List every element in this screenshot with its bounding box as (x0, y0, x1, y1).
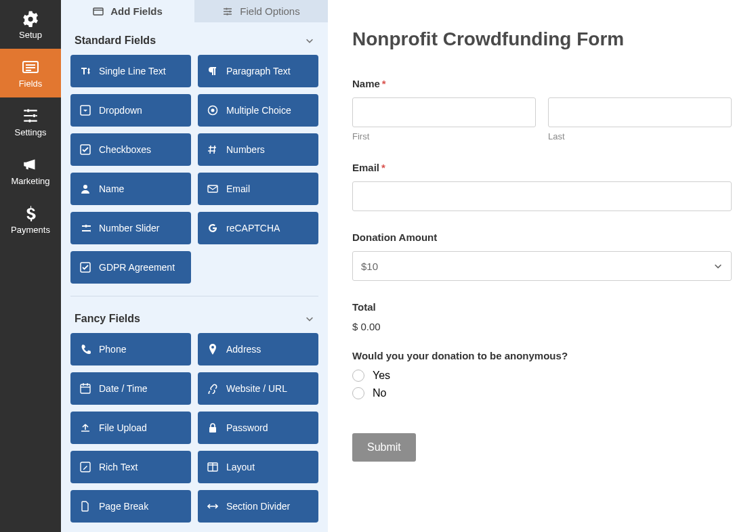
last-sublabel: Last (548, 131, 732, 141)
envelope-icon (207, 183, 218, 194)
radio-yes-label: Yes (373, 370, 390, 382)
field-number-slider[interactable]: Number Slider (70, 212, 191, 244)
field-address[interactable]: Address (198, 333, 318, 365)
options-icon (222, 6, 233, 17)
field-file-upload[interactable]: File Upload (70, 412, 191, 444)
bullhorn-icon (22, 156, 39, 173)
phone-icon (80, 344, 91, 355)
field-rich-text[interactable]: Rich Text (70, 451, 191, 483)
tab-label: Field Options (240, 5, 299, 17)
field-label: Page Break (99, 501, 148, 512)
name-label: Name* (352, 78, 732, 89)
rail-label: Payments (11, 225, 50, 235)
rail-setup[interactable]: Setup (0, 0, 61, 49)
field-label: Dropdown (99, 105, 142, 116)
field-anonymous: Would you your donation to be anonymous?… (352, 350, 732, 399)
dot-circle-icon (207, 105, 218, 116)
field-label: Layout (226, 462, 255, 472)
field-gdpr-agreement[interactable]: GDPR Agreement (70, 251, 191, 284)
window-icon (93, 6, 104, 17)
dollar-icon (22, 204, 39, 222)
radio-yes-row[interactable]: Yes (352, 370, 732, 382)
rail-fields[interactable]: Fields (0, 49, 61, 97)
first-sublabel: First (352, 131, 536, 141)
email-label: Email* (352, 162, 732, 173)
section-standard-header[interactable]: Standard Fields (61, 22, 328, 55)
lock-icon (207, 422, 218, 433)
user-icon (80, 183, 91, 194)
divider (70, 296, 318, 296)
fields-panel: Add Fields Field Options Standard Fields… (61, 0, 328, 532)
field-label: Address (226, 344, 261, 355)
rail-label: Setup (19, 30, 42, 40)
field-single-line-text[interactable]: Single Line Text (70, 55, 191, 87)
fancy-fields-grid: PhoneAddressDate / TimeWebsite / URLFile… (61, 333, 328, 532)
field-password[interactable]: Password (198, 412, 318, 444)
field-layout[interactable]: Layout (198, 451, 318, 483)
chevron-down-icon (713, 261, 723, 271)
gear-icon (22, 9, 39, 27)
field-label: Password (226, 422, 268, 433)
rail-marketing[interactable]: Marketing (0, 146, 61, 195)
field-label: Paragraph Text (226, 66, 291, 76)
submit-button[interactable]: Submit (352, 433, 416, 462)
columns-icon (207, 462, 218, 472)
link-icon (207, 383, 218, 394)
upload-icon (80, 422, 91, 433)
last-name-input[interactable] (548, 97, 732, 127)
chevron-down-icon (305, 36, 314, 45)
field-phone[interactable]: Phone (70, 333, 191, 365)
donation-value: $10 (361, 261, 378, 272)
field-name[interactable]: Name (70, 173, 191, 205)
chevron-down-icon (305, 314, 314, 324)
field-email[interactable]: Email (198, 173, 318, 205)
field-multiple-choice[interactable]: Multiple Choice (198, 94, 318, 127)
field-label: Single Line Text (99, 66, 166, 76)
section-title: Fancy Fields (75, 313, 140, 325)
tab-field-options[interactable]: Field Options (194, 0, 328, 22)
check-square-icon (80, 262, 91, 273)
field-label: Name (99, 183, 124, 194)
field-date-time[interactable]: Date / Time (70, 372, 191, 405)
rail-label: Marketing (11, 176, 49, 186)
field-recaptcha[interactable]: reCAPTCHA (198, 212, 318, 244)
field-total: Total $ 0.00 (352, 301, 732, 332)
field-label: Rich Text (99, 462, 138, 472)
rail-settings[interactable]: Settings (0, 97, 61, 146)
field-website-url[interactable]: Website / URL (198, 372, 318, 405)
arrows-h-icon (207, 501, 218, 512)
field-label: Date / Time (99, 383, 148, 394)
field-section-divider[interactable]: Section Divider (198, 490, 318, 523)
email-input[interactable] (352, 181, 732, 211)
radio-no-label: No (373, 387, 386, 399)
field-paragraph-text[interactable]: Paragraph Text (198, 55, 318, 87)
tab-add-fields[interactable]: Add Fields (61, 0, 194, 22)
section-title: Standard Fields (75, 35, 156, 47)
total-label: Total (352, 301, 732, 313)
field-label: Number Slider (99, 223, 159, 234)
rail-payments[interactable]: Payments (0, 195, 61, 244)
field-page-break[interactable]: Page Break (70, 490, 191, 523)
field-label: Section Divider (226, 501, 290, 512)
form-preview: Nonprofit Crowdfunding Form Name* First … (328, 0, 756, 532)
radio-no-row[interactable]: No (352, 387, 732, 399)
field-label: Website / URL (226, 383, 287, 394)
field-checkboxes[interactable]: Checkboxes (70, 133, 191, 166)
field-label: Phone (99, 344, 126, 355)
calendar-icon (80, 383, 91, 394)
standard-fields-grid: Single Line TextParagraph TextDropdownMu… (61, 55, 328, 293)
field-name: Name* First Last (352, 78, 732, 141)
section-fancy-header[interactable]: Fancy Fields (61, 301, 328, 333)
first-name-input[interactable] (352, 97, 536, 127)
caret-square-icon (80, 105, 91, 116)
field-email: Email* (352, 162, 732, 211)
donation-select[interactable]: $10 (352, 251, 732, 281)
field-numbers[interactable]: Numbers (198, 133, 318, 166)
field-label: reCAPTCHA (226, 223, 280, 234)
field-label: Email (226, 183, 250, 194)
panel-tabs: Add Fields Field Options (61, 0, 328, 22)
left-rail: Setup Fields Settings Marketing Payments (0, 0, 61, 532)
edit-square-icon (80, 462, 91, 472)
check-square-icon (80, 144, 91, 155)
field-dropdown[interactable]: Dropdown (70, 94, 191, 127)
